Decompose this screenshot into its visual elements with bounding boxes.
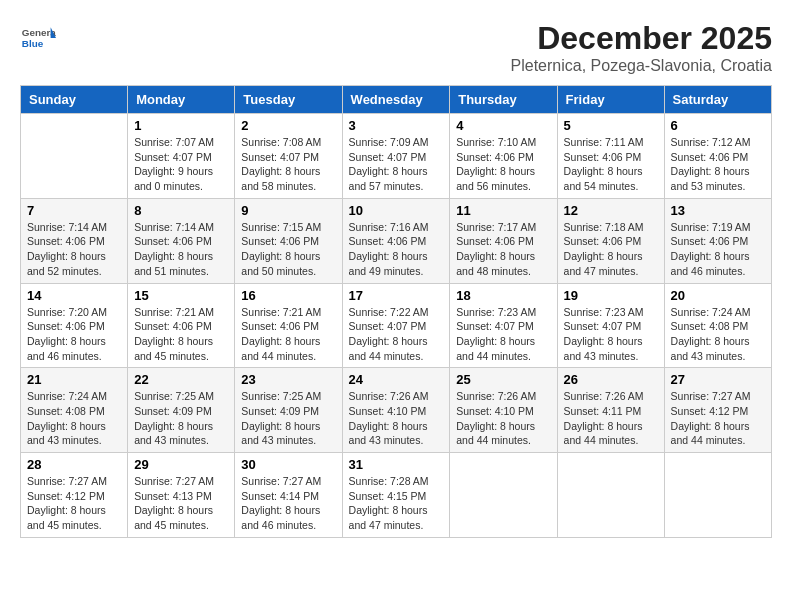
day-number: 30: [241, 457, 335, 472]
calendar-table: SundayMondayTuesdayWednesdayThursdayFrid…: [20, 85, 772, 538]
calendar-day-cell: 23Sunrise: 7:25 AMSunset: 4:09 PMDayligh…: [235, 368, 342, 453]
day-number: 19: [564, 288, 658, 303]
page-header: General Blue December 2025 Pleternica, P…: [20, 20, 772, 75]
svg-text:Blue: Blue: [22, 38, 44, 49]
calendar-day-cell: 21Sunrise: 7:24 AMSunset: 4:08 PMDayligh…: [21, 368, 128, 453]
day-info: Sunrise: 7:17 AMSunset: 4:06 PMDaylight:…: [456, 220, 550, 279]
day-number: 28: [27, 457, 121, 472]
logo-icon: General Blue: [20, 20, 56, 56]
calendar-day-cell: 22Sunrise: 7:25 AMSunset: 4:09 PMDayligh…: [128, 368, 235, 453]
day-info: Sunrise: 7:12 AMSunset: 4:06 PMDaylight:…: [671, 135, 765, 194]
day-of-week-header: Sunday: [21, 86, 128, 114]
calendar-day-cell: 16Sunrise: 7:21 AMSunset: 4:06 PMDayligh…: [235, 283, 342, 368]
calendar-week-row: 1Sunrise: 7:07 AMSunset: 4:07 PMDaylight…: [21, 114, 772, 199]
day-number: 2: [241, 118, 335, 133]
day-of-week-header: Tuesday: [235, 86, 342, 114]
day-number: 27: [671, 372, 765, 387]
day-info: Sunrise: 7:28 AMSunset: 4:15 PMDaylight:…: [349, 474, 444, 533]
calendar-day-cell: 10Sunrise: 7:16 AMSunset: 4:06 PMDayligh…: [342, 198, 450, 283]
day-number: 6: [671, 118, 765, 133]
calendar-header-row: SundayMondayTuesdayWednesdayThursdayFrid…: [21, 86, 772, 114]
day-info: Sunrise: 7:08 AMSunset: 4:07 PMDaylight:…: [241, 135, 335, 194]
calendar-week-row: 28Sunrise: 7:27 AMSunset: 4:12 PMDayligh…: [21, 453, 772, 538]
day-number: 18: [456, 288, 550, 303]
day-number: 14: [27, 288, 121, 303]
day-number: 9: [241, 203, 335, 218]
day-info: Sunrise: 7:14 AMSunset: 4:06 PMDaylight:…: [134, 220, 228, 279]
day-info: Sunrise: 7:25 AMSunset: 4:09 PMDaylight:…: [134, 389, 228, 448]
calendar-week-row: 21Sunrise: 7:24 AMSunset: 4:08 PMDayligh…: [21, 368, 772, 453]
calendar-day-cell: 28Sunrise: 7:27 AMSunset: 4:12 PMDayligh…: [21, 453, 128, 538]
day-info: Sunrise: 7:26 AMSunset: 4:10 PMDaylight:…: [349, 389, 444, 448]
day-number: 3: [349, 118, 444, 133]
calendar-day-cell: [664, 453, 771, 538]
day-info: Sunrise: 7:26 AMSunset: 4:10 PMDaylight:…: [456, 389, 550, 448]
calendar-day-cell: 20Sunrise: 7:24 AMSunset: 4:08 PMDayligh…: [664, 283, 771, 368]
calendar-week-row: 14Sunrise: 7:20 AMSunset: 4:06 PMDayligh…: [21, 283, 772, 368]
calendar-day-cell: 8Sunrise: 7:14 AMSunset: 4:06 PMDaylight…: [128, 198, 235, 283]
calendar-day-cell: 15Sunrise: 7:21 AMSunset: 4:06 PMDayligh…: [128, 283, 235, 368]
calendar-day-cell: 18Sunrise: 7:23 AMSunset: 4:07 PMDayligh…: [450, 283, 557, 368]
day-info: Sunrise: 7:23 AMSunset: 4:07 PMDaylight:…: [456, 305, 550, 364]
day-number: 26: [564, 372, 658, 387]
calendar-day-cell: 25Sunrise: 7:26 AMSunset: 4:10 PMDayligh…: [450, 368, 557, 453]
calendar-day-cell: [450, 453, 557, 538]
calendar-day-cell: 1Sunrise: 7:07 AMSunset: 4:07 PMDaylight…: [128, 114, 235, 199]
day-of-week-header: Saturday: [664, 86, 771, 114]
day-info: Sunrise: 7:25 AMSunset: 4:09 PMDaylight:…: [241, 389, 335, 448]
day-number: 16: [241, 288, 335, 303]
calendar-day-cell: 24Sunrise: 7:26 AMSunset: 4:10 PMDayligh…: [342, 368, 450, 453]
day-info: Sunrise: 7:09 AMSunset: 4:07 PMDaylight:…: [349, 135, 444, 194]
day-of-week-header: Wednesday: [342, 86, 450, 114]
day-number: 10: [349, 203, 444, 218]
day-of-week-header: Monday: [128, 86, 235, 114]
calendar-day-cell: 11Sunrise: 7:17 AMSunset: 4:06 PMDayligh…: [450, 198, 557, 283]
calendar-day-cell: [21, 114, 128, 199]
day-number: 23: [241, 372, 335, 387]
calendar-week-row: 7Sunrise: 7:14 AMSunset: 4:06 PMDaylight…: [21, 198, 772, 283]
day-info: Sunrise: 7:27 AMSunset: 4:12 PMDaylight:…: [671, 389, 765, 448]
day-info: Sunrise: 7:07 AMSunset: 4:07 PMDaylight:…: [134, 135, 228, 194]
calendar-day-cell: 4Sunrise: 7:10 AMSunset: 4:06 PMDaylight…: [450, 114, 557, 199]
day-number: 22: [134, 372, 228, 387]
calendar-day-cell: 3Sunrise: 7:09 AMSunset: 4:07 PMDaylight…: [342, 114, 450, 199]
calendar-day-cell: 2Sunrise: 7:08 AMSunset: 4:07 PMDaylight…: [235, 114, 342, 199]
day-number: 21: [27, 372, 121, 387]
month-title: December 2025: [511, 20, 772, 57]
day-number: 1: [134, 118, 228, 133]
day-info: Sunrise: 7:26 AMSunset: 4:11 PMDaylight:…: [564, 389, 658, 448]
day-info: Sunrise: 7:15 AMSunset: 4:06 PMDaylight:…: [241, 220, 335, 279]
calendar-day-cell: 26Sunrise: 7:26 AMSunset: 4:11 PMDayligh…: [557, 368, 664, 453]
day-number: 5: [564, 118, 658, 133]
day-number: 17: [349, 288, 444, 303]
calendar-day-cell: 13Sunrise: 7:19 AMSunset: 4:06 PMDayligh…: [664, 198, 771, 283]
calendar-day-cell: 27Sunrise: 7:27 AMSunset: 4:12 PMDayligh…: [664, 368, 771, 453]
logo: General Blue: [20, 20, 60, 56]
calendar-day-cell: 5Sunrise: 7:11 AMSunset: 4:06 PMDaylight…: [557, 114, 664, 199]
day-number: 29: [134, 457, 228, 472]
day-number: 13: [671, 203, 765, 218]
day-of-week-header: Thursday: [450, 86, 557, 114]
calendar-day-cell: 6Sunrise: 7:12 AMSunset: 4:06 PMDaylight…: [664, 114, 771, 199]
day-info: Sunrise: 7:21 AMSunset: 4:06 PMDaylight:…: [134, 305, 228, 364]
day-info: Sunrise: 7:19 AMSunset: 4:06 PMDaylight:…: [671, 220, 765, 279]
calendar-day-cell: 31Sunrise: 7:28 AMSunset: 4:15 PMDayligh…: [342, 453, 450, 538]
day-number: 12: [564, 203, 658, 218]
calendar-day-cell: 9Sunrise: 7:15 AMSunset: 4:06 PMDaylight…: [235, 198, 342, 283]
calendar-day-cell: 7Sunrise: 7:14 AMSunset: 4:06 PMDaylight…: [21, 198, 128, 283]
location-title: Pleternica, Pozega-Slavonia, Croatia: [511, 57, 772, 75]
day-of-week-header: Friday: [557, 86, 664, 114]
day-info: Sunrise: 7:24 AMSunset: 4:08 PMDaylight:…: [27, 389, 121, 448]
day-info: Sunrise: 7:18 AMSunset: 4:06 PMDaylight:…: [564, 220, 658, 279]
day-number: 8: [134, 203, 228, 218]
day-info: Sunrise: 7:22 AMSunset: 4:07 PMDaylight:…: [349, 305, 444, 364]
title-block: December 2025 Pleternica, Pozega-Slavoni…: [511, 20, 772, 75]
day-info: Sunrise: 7:14 AMSunset: 4:06 PMDaylight:…: [27, 220, 121, 279]
calendar-day-cell: 30Sunrise: 7:27 AMSunset: 4:14 PMDayligh…: [235, 453, 342, 538]
day-number: 20: [671, 288, 765, 303]
calendar-day-cell: 29Sunrise: 7:27 AMSunset: 4:13 PMDayligh…: [128, 453, 235, 538]
day-info: Sunrise: 7:27 AMSunset: 4:12 PMDaylight:…: [27, 474, 121, 533]
calendar-day-cell: 17Sunrise: 7:22 AMSunset: 4:07 PMDayligh…: [342, 283, 450, 368]
day-info: Sunrise: 7:20 AMSunset: 4:06 PMDaylight:…: [27, 305, 121, 364]
calendar-day-cell: 12Sunrise: 7:18 AMSunset: 4:06 PMDayligh…: [557, 198, 664, 283]
